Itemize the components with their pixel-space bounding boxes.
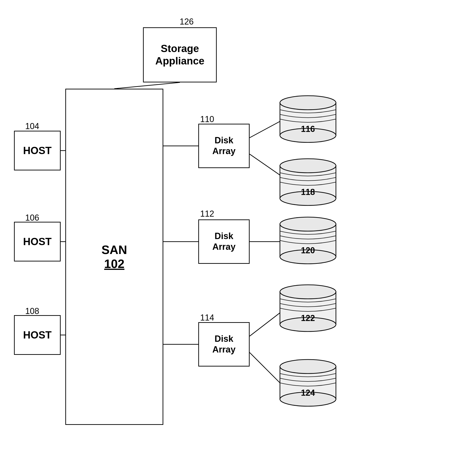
ref-106: 106 (25, 213, 39, 223)
ref-108: 108 (25, 306, 39, 316)
disk-array-110-label: DiskArray (212, 135, 235, 156)
disk-120: 120 (278, 212, 338, 266)
diagram-container: Storage Appliance 126 SAN 102 HOST 104 H… (0, 0, 471, 476)
svg-text:120: 120 (301, 246, 315, 255)
host-108-label: HOST (23, 329, 51, 341)
host-104-label: HOST (23, 145, 51, 156)
host-104-box: HOST (14, 131, 61, 170)
ref-110: 110 (200, 114, 214, 124)
host-106-label: HOST (23, 236, 51, 247)
ref-126: 126 (180, 17, 194, 27)
svg-line-7 (250, 121, 280, 138)
ref-104: 104 (25, 121, 39, 131)
storage-appliance-box: Storage Appliance (143, 27, 217, 82)
disk-array-114-box: DiskArray (198, 322, 250, 367)
svg-line-11 (250, 353, 280, 383)
disk-118: 118 (278, 154, 338, 208)
disk-array-110-box: DiskArray (198, 124, 250, 168)
disk-116: 116 (278, 91, 338, 145)
host-108-box: HOST (14, 315, 61, 355)
disk-124: 124 (278, 355, 338, 408)
svg-text:118: 118 (301, 187, 315, 197)
disk-array-112-label: DiskArray (212, 231, 235, 252)
san-sublabel: 102 (104, 257, 125, 271)
svg-point-13 (280, 96, 336, 110)
svg-text:124: 124 (301, 388, 315, 398)
svg-text:116: 116 (301, 124, 315, 134)
host-106-box: HOST (14, 222, 61, 261)
ref-114: 114 (200, 313, 214, 323)
ref-112: 112 (200, 209, 214, 219)
disk-122: 122 (278, 280, 338, 334)
svg-line-10 (250, 313, 280, 336)
svg-point-29 (280, 359, 336, 374)
svg-point-17 (280, 159, 336, 173)
disk-array-112-box: DiskArray (198, 220, 250, 264)
san-label: SAN (101, 243, 127, 257)
svg-text:122: 122 (301, 313, 315, 323)
svg-point-25 (280, 285, 336, 299)
svg-line-0 (114, 82, 180, 89)
disk-array-114-label: DiskArray (212, 334, 235, 355)
svg-line-8 (250, 154, 280, 175)
san-box: SAN 102 (65, 89, 163, 425)
svg-point-21 (280, 217, 336, 231)
storage-appliance-label: Storage Appliance (144, 42, 216, 67)
